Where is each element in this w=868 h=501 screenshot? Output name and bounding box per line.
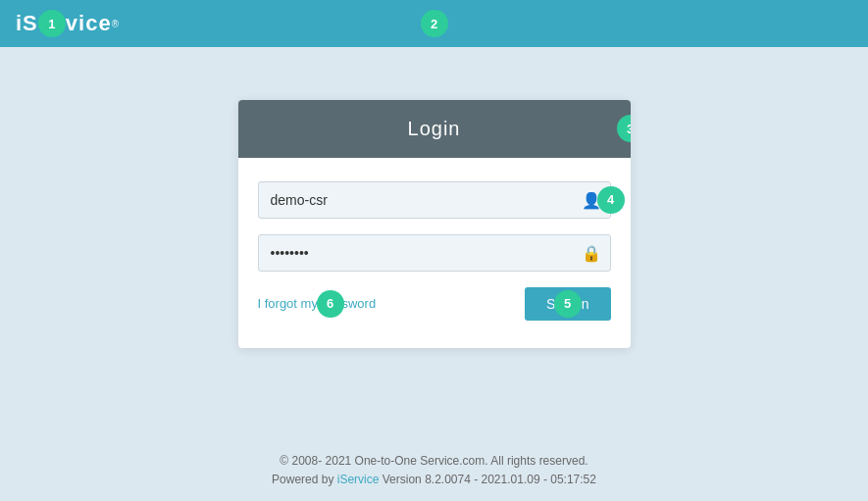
logo: iS 1 vice ®	[16, 10, 119, 37]
login-title-badge: 3	[617, 115, 631, 142]
footer-copyright: © 2008- 2021 One-to-One Service.com. All…	[12, 452, 856, 471]
main-content: Login 3 👤 4 🔒 I forgot my password 6 Sig	[0, 47, 868, 440]
forgot-badge: 6	[317, 290, 344, 318]
logo-text-prefix: iS	[16, 11, 38, 36]
footer-iservice-link[interactable]: iService	[337, 473, 380, 486]
lock-icon: 🔒	[582, 243, 601, 262]
login-title: Login	[408, 118, 461, 139]
logo-trademark: ®	[112, 19, 119, 29]
logo-text-suffix: vice	[66, 11, 112, 36]
username-group: 👤 4	[258, 181, 611, 219]
header: iS 1 vice ® 2	[0, 0, 868, 47]
sign-in-button[interactable]: Sign In 5	[525, 287, 611, 321]
username-input[interactable]	[258, 181, 611, 219]
header-center-badge: 2	[421, 10, 448, 37]
password-group: 🔒	[258, 234, 611, 272]
footer: © 2008- 2021 One-to-One Service.com. All…	[0, 440, 868, 501]
username-badge: 4	[597, 186, 625, 214]
signin-badge: 5	[554, 290, 582, 318]
login-actions: I forgot my password 6 Sign In 5	[258, 287, 611, 321]
password-input[interactable]	[258, 234, 611, 272]
logo-badge-1: 1	[38, 10, 66, 37]
login-body: 👤 4 🔒 I forgot my password 6 Sign In 5	[238, 158, 631, 348]
login-header: Login 3	[238, 100, 631, 158]
login-card: Login 3 👤 4 🔒 I forgot my password 6 Sig	[238, 100, 631, 348]
footer-powered: Powered by iService Version 8.2.0074 - 2…	[12, 471, 856, 489]
footer-powered-prefix: Powered by	[272, 473, 337, 486]
footer-powered-suffix: Version 8.2.0074 - 2021.01.09 - 05:17:52	[379, 473, 596, 486]
